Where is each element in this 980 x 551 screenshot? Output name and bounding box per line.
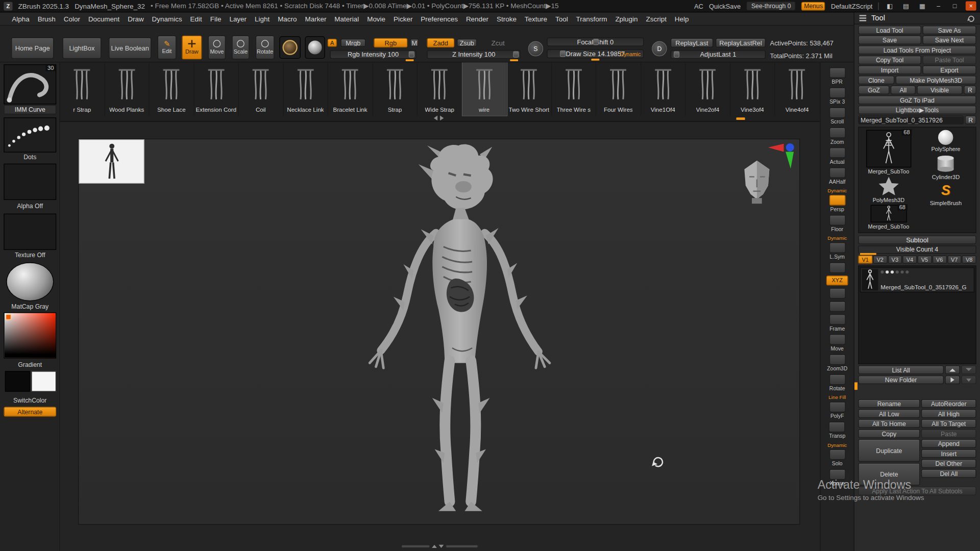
current-tool-button[interactable]: Merged_SubTool_0_3517926 xyxy=(858,116,964,124)
brush-item[interactable]: Coil xyxy=(239,62,284,115)
menu-item[interactable]: Color xyxy=(60,14,84,24)
load-tool-button[interactable]: Load Tool xyxy=(858,26,921,34)
scroll-up-icon[interactable] xyxy=(432,545,437,548)
m-button[interactable]: M xyxy=(410,39,419,47)
brush-item[interactable]: Shoe Lace xyxy=(150,62,194,115)
document-thumbnail[interactable] xyxy=(79,139,144,184)
visibility-tab[interactable]: V5 xyxy=(918,256,932,264)
right-shelf-item[interactable]: XYZ xyxy=(826,276,848,286)
brush-item[interactable]: Wide Strap xyxy=(418,62,462,115)
imm-curve-thumbnail[interactable]: 30 xyxy=(4,64,56,104)
menu-item[interactable]: Alpha xyxy=(8,14,33,24)
scale-button[interactable]: Scale xyxy=(232,36,249,60)
quicksave-button[interactable]: QuickSave xyxy=(709,2,741,10)
rgb-intensity-slider[interactable]: Rgb Intensity 100 xyxy=(330,50,416,59)
alternate-button[interactable]: Alternate xyxy=(4,407,56,417)
brush-item[interactable]: Vine1Of4 xyxy=(641,62,686,115)
zcut-button[interactable]: Zcut xyxy=(491,39,504,47)
right-shelf-item[interactable]: PolyF xyxy=(829,402,845,419)
minimize-icon[interactable]: – xyxy=(933,1,944,10)
load-tools-from-project-button[interactable]: Load Tools From Project xyxy=(858,45,976,54)
right-shelf-item[interactable]: Line Fill xyxy=(828,395,846,400)
panel-menu-icon[interactable] xyxy=(860,17,866,18)
scroll-down-icon[interactable] xyxy=(439,545,444,548)
all-to-target-button[interactable]: All To Target xyxy=(921,419,976,428)
right-shelf-item[interactable]: Dynamic xyxy=(827,442,847,448)
apply-last-action-button[interactable]: Apply Last Action To All Subtools xyxy=(858,487,976,495)
goz-visible-button[interactable]: Visible xyxy=(917,86,962,94)
texture-cell[interactable] xyxy=(4,214,56,250)
menu-item[interactable]: Light xyxy=(251,14,274,24)
edit-button[interactable]: ✎ Edit xyxy=(158,36,177,60)
close-icon[interactable]: × xyxy=(966,1,976,10)
all-low-button[interactable]: All Low xyxy=(858,409,920,418)
brush-item[interactable]: Strap xyxy=(373,62,418,115)
canvas-scrollbar[interactable] xyxy=(401,545,478,548)
document-canvas[interactable] xyxy=(78,139,800,525)
menu-item[interactable]: Stroke xyxy=(493,14,521,24)
menu-item[interactable]: Dynamics xyxy=(148,14,186,24)
zsub-button[interactable]: Zsub xyxy=(457,39,477,47)
menu-item[interactable]: Movie xyxy=(363,14,389,24)
layout-grid2-icon[interactable]: ▦ xyxy=(917,1,927,10)
right-shelf-item[interactable]: Zoom3D xyxy=(827,354,847,371)
move-button[interactable]: Move xyxy=(208,36,226,60)
subtool-list[interactable]: Merged_SubTool_0_3517926_G xyxy=(858,265,976,364)
paste-subtool-button[interactable]: Paste xyxy=(921,429,976,438)
duplicate-button[interactable]: Duplicate xyxy=(858,439,920,462)
stroke-curve-icon[interactable]: S xyxy=(528,41,543,56)
right-shelf-item[interactable]: Floor xyxy=(829,215,845,232)
a-button[interactable]: A xyxy=(328,39,337,47)
replay-last-rel-button[interactable]: ReplayLastRel xyxy=(716,38,766,47)
goz-to-ipad-button[interactable]: GoZ To iPad xyxy=(858,95,976,104)
dynamic-label[interactable]: Dynamic xyxy=(620,51,641,57)
menu-item[interactable]: Document xyxy=(85,14,124,24)
panel-scroll-indicator[interactable] xyxy=(854,382,857,390)
brush-item[interactable]: Necklace Link xyxy=(283,62,328,115)
brush-item[interactable]: Vine4of4 xyxy=(775,62,820,115)
right-shelf-item[interactable]: Frame xyxy=(829,314,845,332)
stroke-preview[interactable] xyxy=(305,36,325,59)
right-shelf-item[interactable]: SPix 3 xyxy=(829,87,845,105)
lightbox-tools-button[interactable]: Lightbox▶Tools xyxy=(858,106,976,114)
save-as-button[interactable]: Save As xyxy=(922,26,976,34)
menu-item[interactable]: Layer xyxy=(226,14,250,24)
save-button[interactable]: Save xyxy=(858,36,921,44)
maximize-icon[interactable]: □ xyxy=(949,1,960,10)
right-shelf-item[interactable]: Rotate xyxy=(829,374,845,391)
save-next-button[interactable]: Save Next xyxy=(922,36,976,44)
menu-item[interactable]: Render xyxy=(462,14,493,24)
menu-item[interactable]: Material xyxy=(331,14,363,24)
menu-item[interactable]: Transform xyxy=(572,14,611,24)
toggle-icon[interactable] xyxy=(905,270,909,273)
list-all-button[interactable]: List All xyxy=(858,365,944,374)
scroll-groove-right[interactable] xyxy=(446,545,478,548)
visibility-tab[interactable]: V8 xyxy=(962,256,976,264)
dock-layout-icon[interactable]: ◧ xyxy=(885,1,895,10)
main-color-swatch[interactable] xyxy=(5,371,30,391)
menu-item[interactable]: Zplugin xyxy=(611,14,642,24)
right-shelf-item[interactable]: Scroll xyxy=(829,108,845,125)
tool-thumb[interactable]: 68 Merged_SubToo xyxy=(861,130,916,175)
right-shelf-item[interactable] xyxy=(829,288,845,298)
eye-icon[interactable] xyxy=(886,270,889,273)
menu-item[interactable]: Help xyxy=(671,14,692,24)
layout-grid-icon[interactable]: ▤ xyxy=(900,1,911,10)
focal-shift-slider[interactable]: Focal Shift 0 xyxy=(547,37,644,46)
clone-button[interactable]: Clone xyxy=(858,76,894,84)
scroll-groove-left[interactable] xyxy=(401,545,430,548)
menu-item[interactable]: Texture xyxy=(521,14,551,24)
adjust-last-slider[interactable]: AdjustLast 1 xyxy=(671,50,766,59)
del-all-button[interactable]: Del All xyxy=(921,469,976,478)
right-shelf-item[interactable]: BPR xyxy=(829,67,845,85)
menu-item[interactable]: File xyxy=(206,14,225,24)
brush-item[interactable]: Bracelet Link xyxy=(328,62,373,115)
brush-item[interactable]: wire xyxy=(462,62,507,115)
visibility-tab[interactable]: V3 xyxy=(888,256,902,264)
depth-icon[interactable]: D xyxy=(652,41,667,56)
menu-item[interactable]: Edit xyxy=(186,14,206,24)
right-shelf-item[interactable]: L.Sym xyxy=(829,242,845,260)
import-button[interactable]: Import xyxy=(858,66,921,74)
brush-item[interactable]: Four Wires xyxy=(596,62,641,115)
move-up-button[interactable] xyxy=(945,365,960,374)
